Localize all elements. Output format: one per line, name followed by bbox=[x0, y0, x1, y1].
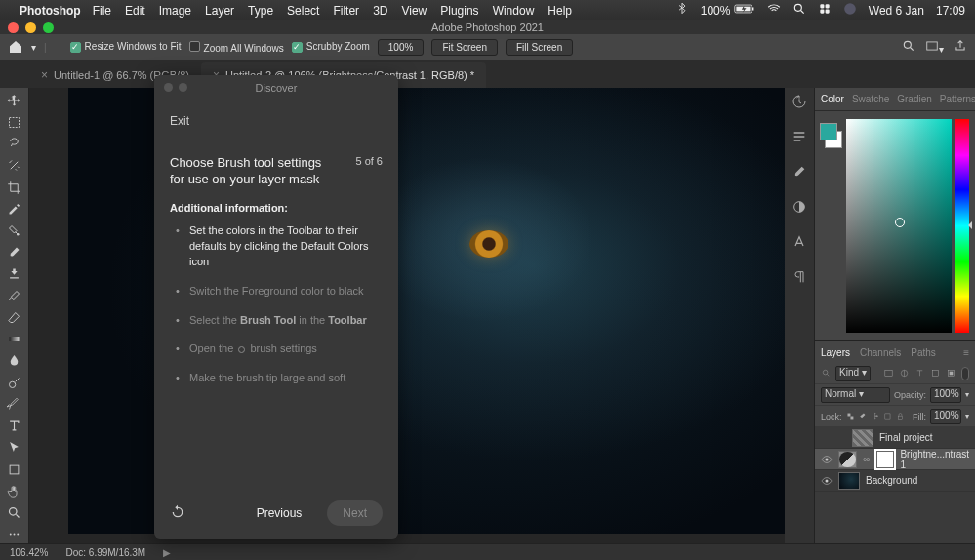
blend-mode-select[interactable]: Normal ▾ bbox=[821, 387, 890, 403]
minimize-window-button[interactable] bbox=[25, 22, 36, 33]
menu-select[interactable]: Select bbox=[287, 4, 319, 18]
menu-image[interactable]: Image bbox=[159, 4, 191, 18]
layer-name[interactable]: Final project bbox=[879, 432, 932, 443]
wifi-icon[interactable] bbox=[767, 2, 781, 19]
zoom-all-windows-checkbox[interactable]: Zoom All Windows bbox=[189, 41, 284, 54]
visibility-toggle[interactable] bbox=[821, 454, 833, 465]
hue-slider[interactable] bbox=[955, 119, 969, 333]
layer-final-project[interactable]: Final project bbox=[815, 427, 975, 449]
lock-pixels-icon[interactable] bbox=[858, 411, 867, 421]
lock-artboard-icon[interactable] bbox=[883, 411, 892, 421]
link-mask-icon[interactable]: ∞ bbox=[863, 454, 871, 464]
brush-tool[interactable] bbox=[4, 244, 25, 261]
canvas-area[interactable] bbox=[29, 88, 785, 543]
magic-wand-tool[interactable] bbox=[4, 157, 25, 175]
filter-shape-icon[interactable] bbox=[930, 368, 941, 379]
blur-tool[interactable] bbox=[4, 352, 25, 370]
marquee-tool[interactable] bbox=[4, 113, 25, 131]
home-button[interactable] bbox=[8, 39, 23, 55]
menu-filter[interactable]: Filter bbox=[333, 4, 359, 18]
tab-channels[interactable]: Channels bbox=[860, 347, 901, 358]
adjustments-panel-icon[interactable] bbox=[792, 199, 807, 217]
edit-toolbar-button[interactable] bbox=[4, 526, 25, 543]
filter-adjustment-icon[interactable] bbox=[899, 368, 910, 379]
menu-view[interactable]: View bbox=[401, 4, 427, 18]
brushes-panel-icon[interactable] bbox=[792, 164, 807, 181]
layer-brightness-contrast[interactable]: ∞ Brightne...ntrast 1 bbox=[815, 449, 975, 470]
eyedropper-tool[interactable] bbox=[4, 200, 25, 218]
type-tool[interactable] bbox=[4, 418, 25, 435]
visibility-toggle[interactable] bbox=[821, 432, 833, 444]
menu-app-name[interactable]: Photoshop bbox=[20, 4, 81, 18]
filter-pixel-icon[interactable] bbox=[883, 368, 894, 379]
filter-smart-icon[interactable] bbox=[946, 368, 956, 379]
healing-brush-tool[interactable] bbox=[4, 221, 25, 239]
exit-tutorial-button[interactable]: Exit bbox=[170, 114, 189, 128]
close-icon[interactable]: × bbox=[41, 68, 48, 82]
layer-name[interactable]: Background bbox=[866, 475, 917, 486]
menu-plugins[interactable]: Plugins bbox=[440, 4, 478, 18]
tab-gradients[interactable]: Gradien bbox=[897, 94, 932, 104]
crop-tool[interactable] bbox=[4, 179, 25, 196]
fill-input[interactable]: 100% bbox=[930, 409, 961, 424]
zoom-window-button[interactable] bbox=[43, 22, 54, 33]
status-doc[interactable]: Doc: 6.99M/16.3M bbox=[65, 547, 145, 558]
menubar-time[interactable]: 17:09 bbox=[936, 4, 965, 18]
tab-swatches[interactable]: Swatche bbox=[852, 94, 889, 104]
path-selection-tool[interactable] bbox=[4, 439, 25, 457]
character-panel-icon[interactable] bbox=[792, 234, 807, 252]
control-center-icon[interactable] bbox=[818, 2, 832, 19]
spotlight-icon[interactable] bbox=[792, 2, 806, 19]
lock-position-icon[interactable] bbox=[871, 411, 879, 421]
menubar-date[interactable]: Wed 6 Jan bbox=[869, 4, 924, 18]
hue-slider-handle[interactable] bbox=[964, 221, 972, 229]
share-icon[interactable] bbox=[954, 39, 967, 55]
lasso-tool[interactable] bbox=[4, 135, 25, 152]
filter-type-icon[interactable] bbox=[914, 368, 925, 379]
fit-screen-button[interactable]: Fit Screen bbox=[431, 39, 498, 56]
next-button[interactable]: Next bbox=[327, 500, 383, 526]
layer-mask-thumbnail[interactable] bbox=[876, 451, 895, 468]
foreground-background-swatches[interactable] bbox=[814, 123, 843, 148]
zoom-tool-icon[interactable]: ▾ bbox=[31, 42, 36, 53]
panel-menu-icon[interactable]: ≡ bbox=[963, 347, 969, 358]
clone-stamp-tool[interactable] bbox=[4, 265, 25, 283]
resize-windows-checkbox[interactable]: Resize Windows to Fit bbox=[70, 41, 182, 53]
visibility-toggle[interactable] bbox=[821, 475, 833, 487]
zoom-100-button[interactable]: 100% bbox=[378, 39, 425, 56]
menu-file[interactable]: File bbox=[93, 4, 111, 18]
filter-toggle[interactable] bbox=[961, 367, 969, 380]
workspace-switcher-icon[interactable]: ▾ bbox=[925, 39, 944, 55]
menu-window[interactable]: Window bbox=[493, 4, 535, 18]
dodge-tool[interactable] bbox=[4, 374, 25, 391]
menu-help[interactable]: Help bbox=[548, 4, 572, 18]
history-brush-tool[interactable] bbox=[4, 287, 25, 304]
shape-tool[interactable] bbox=[4, 460, 25, 478]
paragraph-panel-icon[interactable] bbox=[792, 269, 807, 287]
bluetooth-icon[interactable] bbox=[675, 2, 689, 19]
layer-thumbnail[interactable] bbox=[852, 429, 873, 447]
opacity-input[interactable]: 100% bbox=[930, 387, 961, 403]
battery-status[interactable]: 100% bbox=[701, 3, 755, 18]
scrubby-zoom-checkbox[interactable]: Scrubby Zoom bbox=[292, 41, 370, 53]
pen-tool[interactable] bbox=[4, 395, 25, 413]
eraser-tool[interactable] bbox=[4, 308, 25, 326]
gradient-tool[interactable] bbox=[4, 331, 25, 348]
color-picker-cursor[interactable] bbox=[895, 218, 905, 227]
tab-paths[interactable]: Paths bbox=[911, 347, 936, 358]
menu-3d[interactable]: 3D bbox=[373, 4, 387, 18]
tab-color[interactable]: Color bbox=[821, 94, 844, 104]
adjustment-thumbnail[interactable] bbox=[838, 451, 857, 468]
layer-filter-kind[interactable]: Kind ▾ bbox=[835, 366, 871, 381]
hand-tool[interactable] bbox=[4, 482, 25, 500]
tab-patterns[interactable]: Patterns bbox=[940, 94, 975, 104]
lock-transparency-icon[interactable] bbox=[846, 411, 855, 421]
menu-type[interactable]: Type bbox=[248, 4, 273, 18]
layer-thumbnail[interactable] bbox=[838, 472, 860, 490]
user-icon[interactable] bbox=[843, 2, 857, 19]
status-menu-arrow[interactable]: ▶ bbox=[163, 547, 171, 558]
status-zoom[interactable]: 106.42% bbox=[10, 547, 48, 558]
foreground-color[interactable] bbox=[820, 123, 837, 140]
previous-button[interactable]: Previous bbox=[241, 500, 318, 526]
properties-panel-icon[interactable] bbox=[792, 129, 807, 146]
